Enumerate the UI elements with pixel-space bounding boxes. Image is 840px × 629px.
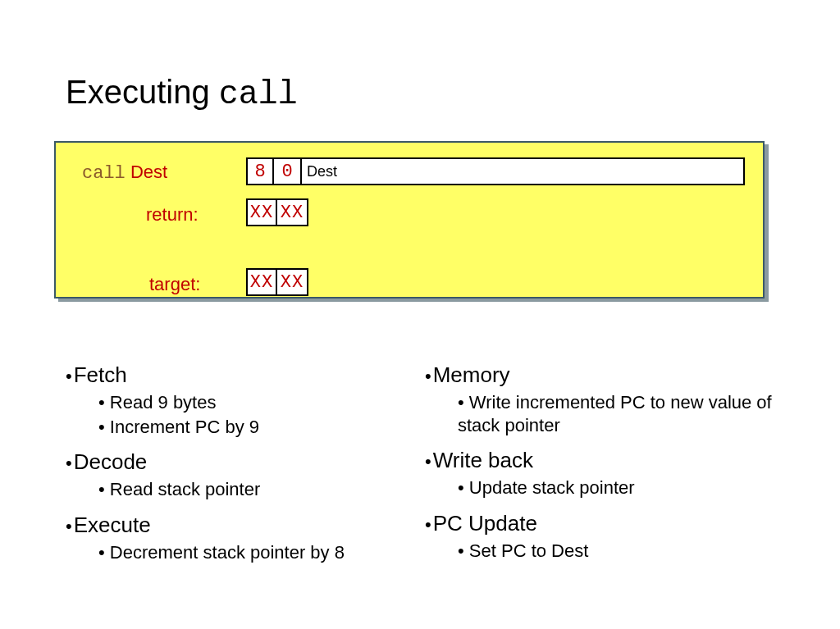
return-byte-1: XX <box>277 198 308 226</box>
execute-item-1: Decrement stack pointer by 8 <box>98 541 402 564</box>
memory-heading: Memory <box>425 362 786 388</box>
encoding-row: 8 0 Dest <box>246 157 745 185</box>
execute-heading: Execute <box>66 513 402 538</box>
return-byte-0: XX <box>246 198 277 226</box>
fetch-item-1: Read 9 bytes <box>98 391 402 414</box>
title-instruction: call <box>219 76 298 113</box>
return-label: return: <box>146 204 199 226</box>
right-column: Memory Write incremented PC to new value… <box>425 362 786 573</box>
writeback-block: Write back Update stack pointer <box>425 448 786 499</box>
pcupdate-heading: PC Update <box>425 511 786 536</box>
fetch-item-2: Increment PC by 9 <box>98 416 402 439</box>
decode-heading: Decode <box>66 449 402 475</box>
title-prefix: Executing <box>66 74 219 110</box>
return-row: XX XX <box>246 198 308 226</box>
opcode-lo: 0 <box>274 157 302 185</box>
left-column: Fetch Read 9 bytes Increment PC by 9 Dec… <box>66 362 402 575</box>
slide-title: Executing call <box>66 74 298 113</box>
target-byte-0: XX <box>246 268 277 296</box>
writeback-heading: Write back <box>425 448 786 473</box>
target-byte-1: XX <box>277 268 308 296</box>
execute-block: Execute Decrement stack pointer by 8 <box>66 513 402 564</box>
decode-block: Decode Read stack pointer <box>66 449 402 501</box>
target-row: XX XX <box>246 268 308 296</box>
opcode-hi: 8 <box>246 157 274 185</box>
encoding-mnemonic: call <box>82 163 126 184</box>
decode-item-1: Read stack pointer <box>98 478 402 501</box>
dest-field: Dest <box>302 157 745 185</box>
pcupdate-block: PC Update Set PC to Dest <box>425 511 786 563</box>
writeback-item-1: Update stack pointer <box>458 476 786 499</box>
pcupdate-item-1: Set PC to Dest <box>458 540 786 563</box>
memory-item-1: Write incremented PC to new value of sta… <box>458 391 786 436</box>
target-label: target: <box>149 274 200 295</box>
fetch-block: Fetch Read 9 bytes Increment PC by 9 <box>66 362 402 438</box>
memory-block: Memory Write incremented PC to new value… <box>425 362 786 436</box>
fetch-heading: Fetch <box>66 362 402 388</box>
encoding-label: call Dest <box>82 162 167 184</box>
encoding-dest-word: Dest <box>126 162 167 182</box>
